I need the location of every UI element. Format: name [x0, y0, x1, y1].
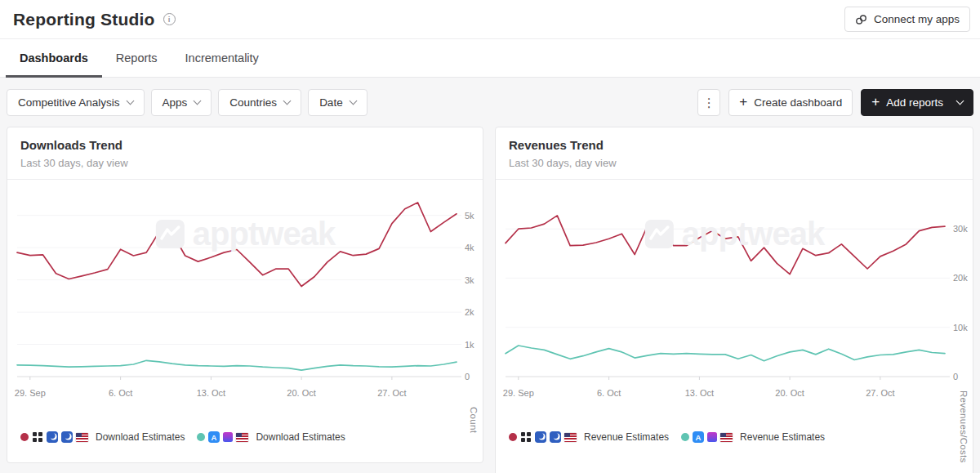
filter-competitive-analysis[interactable]: Competitive Analysis [7, 89, 145, 116]
series-line[interactable] [17, 360, 457, 370]
moon-app-icon [550, 431, 561, 443]
legend-label: Download Estimates [256, 431, 345, 443]
us-flag-icon [236, 433, 248, 442]
purple-app-icon [223, 432, 233, 442]
trend-line-chart[interactable]: 010k20k30k29. Sep6. Oct13. Oct20. Oct27.… [496, 180, 971, 425]
appstore-icon: A [693, 431, 704, 443]
x-axis-tick-label: 20. Oct [287, 388, 315, 398]
plus-icon: + [739, 95, 747, 109]
card-subtitle: Last 30 days, day view [509, 157, 960, 169]
series-color-dot [509, 433, 517, 441]
create-dashboard-button[interactable]: + Create dashboard [728, 89, 853, 116]
tab-reports[interactable]: Reports [102, 39, 172, 77]
y-axis-tick-label: 0 [465, 372, 470, 382]
legend-label: Revenue Estimates [584, 431, 669, 443]
filter-date[interactable]: Date [308, 89, 368, 116]
legend-item[interactable]: Download Estimates [20, 431, 185, 443]
y-axis-tick-label: 4k [465, 243, 474, 252]
appstore-icon: A [208, 431, 220, 443]
x-axis-tick-label: 13. Oct [685, 388, 714, 398]
x-axis-tick-label: 29. Sep [15, 388, 46, 398]
y-axis-tick-label: 2k [465, 307, 474, 317]
chart-legend: Download EstimatesADownload Estimates [20, 431, 483, 443]
series-line[interactable] [506, 216, 945, 274]
moon-app-icon [47, 431, 58, 443]
dashboard-cards: Downloads Trend Last 30 days, day view 0… [0, 127, 980, 473]
filter-apps[interactable]: Apps [151, 89, 212, 116]
tab-bar: Dashboards Reports Incrementality [0, 38, 980, 78]
y-axis-tick-label: 0 [953, 372, 958, 382]
x-axis-tick-label: 27. Oct [866, 388, 894, 398]
y-axis-tick-label: 20k [953, 273, 968, 283]
filter-countries[interactable]: Countries [218, 89, 301, 116]
svg-text:A: A [696, 433, 702, 442]
y-axis-tick-label: 3k [465, 275, 474, 285]
card-header: Downloads Trend Last 30 days, day view [7, 127, 483, 180]
x-axis-tick-label: 6. Oct [109, 388, 132, 398]
us-flag-icon [720, 433, 733, 442]
connect-my-apps-label: Connect my apps [874, 13, 960, 25]
info-icon[interactable]: i [163, 13, 176, 25]
chart-legend: Revenue EstimatesARevenue Estimates [509, 431, 973, 443]
x-axis-tick-label: 27. Oct [377, 388, 406, 398]
page-title: Reporting Studio [13, 10, 155, 29]
chevron-down-icon [126, 97, 134, 105]
filter-bar: Competitive Analysis Apps Countries Date… [0, 78, 980, 127]
chevron-down-icon [349, 97, 357, 105]
revenues-trend-card: Revenues Trend Last 30 days, day view 01… [495, 127, 973, 473]
grid-app-icon [520, 431, 532, 443]
svg-text:A: A [212, 433, 217, 442]
legend-item[interactable]: ADownload Estimates [197, 431, 345, 443]
us-flag-icon [76, 433, 88, 442]
card-header: Revenues Trend Last 30 days, day view [496, 127, 973, 180]
downloads-trend-card: Downloads Trend Last 30 days, day view 0… [7, 127, 483, 463]
reporting-studio-page: Reporting Studio i Connect my apps Dashb… [0, 0, 980, 473]
series-color-dot [20, 433, 29, 441]
x-axis-tick-label: 29. Sep [503, 388, 534, 398]
legend-item[interactable]: ARevenue Estimates [681, 431, 825, 443]
x-axis-tick-label: 6. Oct [597, 388, 621, 398]
connect-my-apps-button[interactable]: Connect my apps [844, 7, 970, 32]
y-axis-tick-label: 5k [465, 211, 474, 221]
y-axis-tick-label: 30k [953, 224, 968, 234]
dashboard-actions: ⋮ + Create dashboard + Add reports [697, 89, 973, 116]
moon-app-icon [535, 431, 546, 443]
legend-label: Download Estimates [96, 431, 185, 443]
y-axis-title: Count [469, 407, 479, 433]
plus-icon: + [871, 95, 880, 109]
moon-app-icon [61, 431, 73, 443]
add-reports-button[interactable]: + Add reports [861, 89, 973, 116]
card-title: Revenues Trend [509, 138, 960, 152]
card-title: Downloads Trend [20, 138, 470, 152]
legend-label: Revenue Estimates [740, 431, 825, 443]
chevron-down-icon [194, 97, 202, 105]
revenues-chart-area[interactable]: 010k20k30k29. Sep6. Oct13. Oct20. Oct27.… [496, 180, 973, 425]
kebab-icon: ⋮ [703, 96, 715, 110]
us-flag-icon [564, 433, 577, 442]
downloads-chart-area[interactable]: 01k2k3k4k5k29. Sep6. Oct13. Oct20. Oct27… [7, 180, 483, 425]
trend-line-chart[interactable]: 01k2k3k4k5k29. Sep6. Oct13. Oct20. Oct27… [7, 180, 483, 425]
tab-incrementality[interactable]: Incrementality [172, 39, 273, 77]
series-color-dot [197, 433, 205, 441]
tab-dashboards[interactable]: Dashboards [6, 39, 102, 77]
chevron-down-icon [956, 97, 964, 105]
series-line[interactable] [506, 346, 945, 361]
legend-item[interactable]: Revenue Estimates [509, 431, 669, 443]
x-axis-tick-label: 20. Oct [775, 388, 804, 398]
chevron-down-icon [283, 97, 292, 105]
series-color-dot [681, 433, 689, 441]
y-axis-tick-label: 10k [953, 323, 968, 332]
grid-app-icon [32, 431, 43, 443]
x-axis-tick-label: 13. Oct [197, 388, 225, 398]
more-options-button[interactable]: ⋮ [697, 89, 720, 116]
app-header: Reporting Studio i Connect my apps [0, 0, 980, 38]
y-axis-title: Revenues/Costs [959, 390, 969, 463]
y-axis-tick-label: 1k [465, 340, 474, 350]
purple-app-icon [707, 432, 717, 442]
card-subtitle: Last 30 days, day view [20, 157, 470, 169]
chain-link-icon [855, 14, 867, 25]
